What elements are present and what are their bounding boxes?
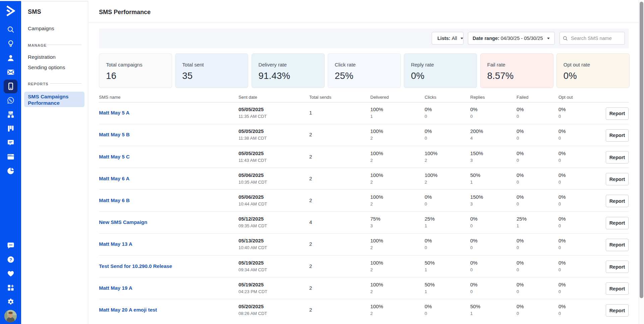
svg-text:?: ? bbox=[9, 257, 12, 262]
